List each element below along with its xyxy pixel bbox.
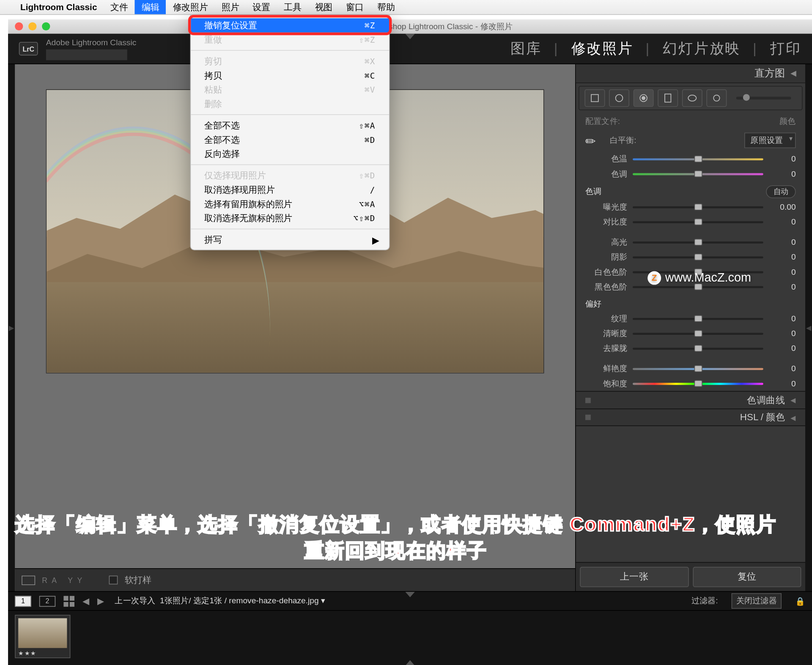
- auto-tone-button[interactable]: 自动: [766, 185, 796, 198]
- menu-item[interactable]: 取消选择无旗标的照片⌥⇧⌘D: [191, 211, 389, 225]
- module-develop[interactable]: 修改照片: [571, 39, 634, 58]
- menu-item[interactable]: 反向选择: [191, 147, 389, 161]
- clarity-slider[interactable]: [633, 330, 763, 337]
- menu-item[interactable]: 选择有留用旗标的照片⌥⌘A: [191, 197, 389, 211]
- vibrance-value[interactable]: 0: [769, 364, 796, 373]
- primary-monitor-button[interactable]: 1: [15, 596, 31, 607]
- top-panel-handle-icon[interactable]: [405, 34, 414, 39]
- filter-lock-icon[interactable]: 🔒: [795, 596, 805, 605]
- texture-slider[interactable]: [633, 315, 763, 322]
- texture-value[interactable]: 0: [769, 314, 796, 323]
- temp-slider[interactable]: [633, 156, 763, 162]
- clarity-value[interactable]: 0: [769, 329, 796, 338]
- window-minimize-button[interactable]: [28, 22, 36, 30]
- filmstrip-bottom-handle-icon[interactable]: [405, 660, 414, 665]
- wb-select[interactable]: 原照设置: [744, 132, 796, 148]
- filter-label: 过滤器:: [691, 595, 718, 607]
- menu-item[interactable]: 全部不选⇧⌘A: [191, 118, 389, 133]
- svg-rect-0: [591, 95, 598, 102]
- previous-button[interactable]: 上一张: [580, 567, 689, 587]
- highlights-slider[interactable]: [633, 239, 763, 246]
- reset-button[interactable]: 复位: [693, 567, 801, 587]
- temp-label: 色温: [585, 153, 627, 164]
- menu-item[interactable]: 拼写▶: [191, 233, 389, 247]
- whites-value[interactable]: 0: [769, 267, 796, 276]
- right-panel-handle-icon[interactable]: ◀: [805, 64, 812, 591]
- shadows-slider[interactable]: [633, 254, 763, 260]
- menu-tools[interactable]: 工具: [277, 0, 308, 14]
- saturation-value[interactable]: 0: [769, 379, 796, 388]
- tone-curve-panel-header[interactable]: 色调曲线◀: [576, 391, 805, 409]
- contrast-value[interactable]: 0: [769, 217, 796, 227]
- secondary-monitor-button[interactable]: 2: [39, 596, 55, 607]
- soft-proof-checkbox[interactable]: [109, 576, 118, 585]
- grad-filter-icon[interactable]: [658, 89, 678, 107]
- exposure-value[interactable]: 0.00: [769, 202, 796, 211]
- crop-tool-icon[interactable]: [584, 89, 605, 107]
- dehaze-slider[interactable]: [633, 345, 763, 352]
- filmstrip-nav-icons[interactable]: ◀ ▶: [82, 596, 107, 606]
- tool-size-slider[interactable]: [736, 97, 791, 99]
- radial-filter-icon[interactable]: [682, 89, 702, 107]
- hsl-panel-header[interactable]: HSL / 颜色◀: [576, 408, 805, 426]
- menu-item[interactable]: 全部不选⌘D: [191, 133, 389, 147]
- contrast-slider[interactable]: [633, 219, 763, 225]
- loupe-view-icon[interactable]: [22, 575, 35, 585]
- menu-item[interactable]: 拷贝⌘C: [191, 68, 389, 83]
- window-zoom-button[interactable]: [42, 22, 50, 30]
- blacks-value[interactable]: 0: [769, 282, 796, 291]
- menu-view[interactable]: 视图: [308, 0, 340, 14]
- menu-window[interactable]: 窗口: [339, 0, 370, 14]
- filmstrip: 1 2 ◀ ▶ 上一次导入 1张照片/ 选定1张 / remove-haze-d…: [8, 591, 812, 665]
- tint-slider[interactable]: [633, 170, 763, 177]
- before-after-icons[interactable]: R A Y Y: [42, 576, 83, 584]
- texture-label: 纹理: [585, 313, 627, 324]
- import-source-label[interactable]: 上一次导入: [115, 596, 155, 605]
- exposure-slider[interactable]: [633, 204, 763, 211]
- vibrance-slider[interactable]: [633, 365, 763, 372]
- dehaze-label: 去朦胧: [585, 342, 627, 354]
- menu-photo[interactable]: 照片: [215, 0, 246, 14]
- module-library[interactable]: 图库: [510, 39, 542, 58]
- shadows-value[interactable]: 0: [769, 252, 796, 262]
- temp-value[interactable]: 0: [769, 154, 796, 164]
- filmstrip-handle-icon[interactable]: [405, 592, 414, 597]
- tint-value[interactable]: 0: [769, 169, 796, 178]
- rating-stars-icon[interactable]: ★★★: [18, 650, 36, 657]
- whites-label: 白色色阶: [585, 266, 627, 278]
- menu-item[interactable]: 取消选择现用照片/: [191, 183, 389, 197]
- blacks-label: 黑色色阶: [585, 281, 627, 293]
- exposure-label: 曝光度: [585, 201, 627, 213]
- module-print[interactable]: 打印: [770, 39, 801, 58]
- highlights-value[interactable]: 0: [769, 238, 796, 247]
- develop-toolbar: R A Y Y 软打样: [15, 568, 575, 591]
- filmstrip-thumbnail[interactable]: ★★★: [15, 615, 70, 658]
- menu-item: 重做⇧⌘Z: [191, 33, 389, 47]
- menu-help[interactable]: 帮助: [370, 0, 402, 14]
- histogram-panel-header[interactable]: 直方图◀: [576, 64, 805, 83]
- edit-menu-dropdown: 撤销复位设置⌘Z重做⇧⌘Z剪切⌘X拷贝⌘C粘贴⌘V删除全部不选⇧⌘A全部不选⌘D…: [190, 15, 390, 250]
- redeye-tool-icon[interactable]: [634, 89, 654, 107]
- saturation-slider[interactable]: [633, 380, 763, 387]
- menu-settings[interactable]: 设置: [246, 0, 277, 14]
- window-title: be Photoshop Lightroom Classic - 修改照片: [57, 21, 812, 32]
- brush-tool-icon[interactable]: [706, 89, 727, 107]
- vibrance-label: 鲜艳度: [585, 363, 627, 374]
- identity-plate[interactable]: [46, 49, 127, 60]
- grid-view-icon[interactable]: [63, 596, 74, 607]
- filename-label[interactable]: remove-haze-dehaze.jpg: [229, 596, 318, 605]
- filter-select[interactable]: 关闭过滤器: [732, 593, 782, 609]
- menu-item[interactable]: 撤销复位设置⌘Z: [191, 18, 389, 33]
- shadows-label: 阴影: [585, 251, 627, 263]
- heal-tool-icon[interactable]: [609, 89, 629, 107]
- menu-develop[interactable]: 修改照片: [166, 0, 215, 14]
- window-close-button[interactable]: [15, 22, 23, 30]
- wb-eyedropper-icon[interactable]: ✎: [582, 128, 606, 153]
- menu-file[interactable]: 文件: [104, 0, 135, 14]
- menu-app[interactable]: Lightroom Classic: [14, 0, 104, 14]
- menu-edit[interactable]: 编辑: [135, 0, 166, 14]
- profile-value[interactable]: 颜色: [779, 116, 796, 127]
- module-slideshow[interactable]: 幻灯片放映: [663, 39, 741, 58]
- submenu-arrow-icon: ▶: [372, 234, 380, 245]
- dehaze-value[interactable]: 0: [769, 344, 796, 353]
